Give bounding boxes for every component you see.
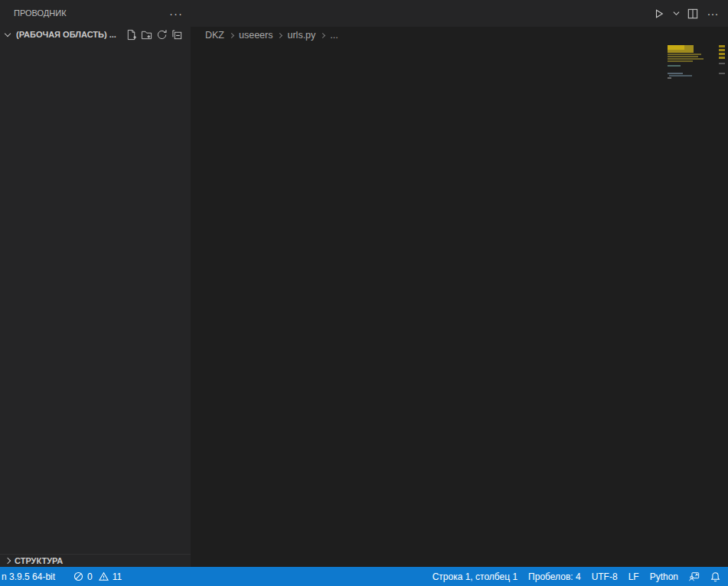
feedback-icon[interactable] [684,567,705,586]
status-bar: n 3.9.5 64-bit 0 11 Строка 1, столбец 1 … [0,567,728,586]
errors-icon [73,571,83,581]
refresh-icon[interactable] [154,27,169,42]
warning-count: 11 [113,571,122,582]
python-interpreter-item[interactable]: n 3.9.5 64-bit [0,567,60,586]
cursor-position-item[interactable]: Строка 1, столбец 1 [427,567,523,586]
outline-section-header[interactable]: СТРУКТУРА [0,554,191,567]
chevron-right-icon [320,32,325,37]
status-left: n 3.9.5 64-bit 0 11 [0,567,127,586]
breadcrumb-folder[interactable]: DKZ [205,30,224,41]
error-count: 0 [87,571,93,582]
workspace-section-header[interactable]: (РАБОЧАЯ ОБЛАСТЬ) ... [0,26,191,43]
collapse-folders-icon[interactable] [169,27,184,42]
chevron-right-icon [277,32,282,37]
explorer-more-actions-icon[interactable]: ··· [169,7,183,20]
explorer-sidebar: ПРОВОДНИК ··· (РАБОЧАЯ ОБЛАСТЬ) ... СТРУ… [0,0,191,567]
outline-section-label: СТРУКТУРА [15,556,63,565]
status-right: Строка 1, столбец 1 Пробелов: 4 UTF-8 LF… [427,567,728,586]
file-tree [0,43,191,47]
code-editor[interactable] [191,44,728,567]
language-mode-item[interactable]: Python [645,567,684,586]
new-file-icon[interactable] [123,27,139,42]
editor-group: ··· DKZ useeers urls.py ... [191,0,728,567]
notifications-bell-icon[interactable] [705,567,728,586]
breadcrumb: DKZ useeers urls.py ... [191,27,728,44]
tab-bar: ··· [191,0,728,27]
problems-item[interactable]: 0 11 [68,567,127,586]
breadcrumb-symbol[interactable]: ... [330,30,338,41]
breadcrumb-folder[interactable]: useeers [239,30,273,41]
editor-actions: ··· [191,0,728,27]
eol-item[interactable]: LF [623,567,645,586]
explorer-title-bar: ПРОВОДНИК ··· [0,0,191,26]
more-actions-icon[interactable]: ··· [705,5,720,22]
vscode-window: ПРОВОДНИК ··· (РАБОЧАЯ ОБЛАСТЬ) ... СТРУ… [0,0,728,586]
indentation-item[interactable]: Пробелов: 4 [523,567,586,586]
warnings-icon [99,571,109,581]
explorer-title: ПРОВОДНИК [14,8,67,18]
new-folder-icon[interactable] [139,27,154,42]
overview-ruler [716,44,728,567]
minimap[interactable] [668,44,716,143]
workspace-section-label: (РАБОЧАЯ ОБЛАСТЬ) ... [16,30,123,39]
encoding-item[interactable]: UTF-8 [586,567,623,586]
run-dropdown-chevron-icon[interactable] [671,5,681,22]
chevron-right-icon [229,32,234,37]
run-python-file-icon[interactable] [651,5,667,22]
breadcrumb-file[interactable]: urls.py [287,30,315,41]
chevron-down-icon [5,30,11,36]
split-editor-icon[interactable] [685,5,700,22]
chevron-right-icon [5,558,11,564]
